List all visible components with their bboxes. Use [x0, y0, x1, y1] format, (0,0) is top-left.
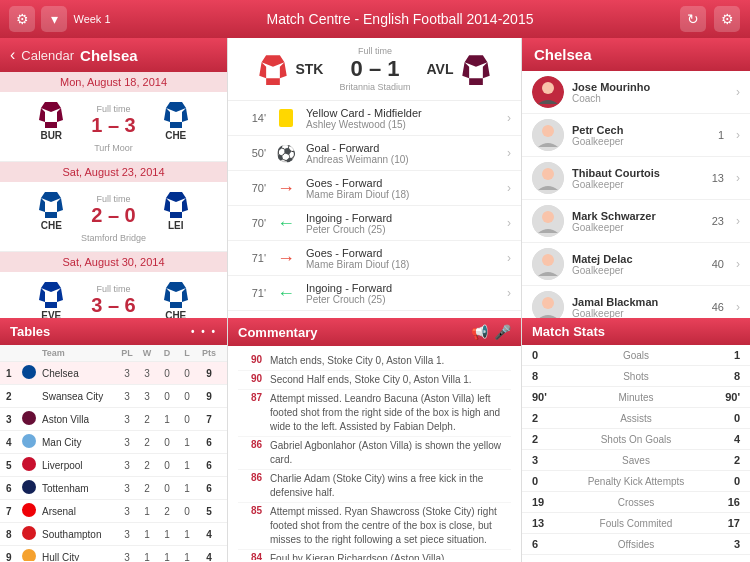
chevron-right-icon: ›: [507, 181, 511, 195]
match-card-1[interactable]: BUR Full time 1 – 3 CHE Turf Moor: [0, 92, 227, 162]
table-row[interactable]: 6 Tottenham 3 2 0 1 6: [0, 477, 227, 500]
tables-content: Team PL W D L Pts 1 Chelsea 3 3 0 0 9 2 …: [0, 345, 227, 561]
svg-point-1: [542, 82, 554, 94]
svg-rect-19: [22, 480, 36, 494]
main-layout: ‹ Calendar Chelsea Mon, August 18, 2014 …: [0, 38, 750, 318]
player-avatar: [532, 291, 564, 318]
match-score-info: Full time 0 – 1 Britannia Stadium: [339, 46, 410, 92]
chevron-down-icon[interactable]: ▾: [41, 6, 67, 32]
left-team-name: Chelsea: [80, 47, 138, 64]
table-row[interactable]: 7 Arsenal 3 1 2 0 5: [0, 500, 227, 523]
match-header: STK Full time 0 – 1 Britannia Stadium AV…: [228, 38, 521, 101]
away-code-1: CHE: [165, 130, 186, 141]
venue-2: Stamford Bridge: [81, 233, 146, 243]
table-row[interactable]: 4 Man City 3 2 0 1 6: [0, 431, 227, 454]
event-row: 50' ⚽ Goal - Forward Andreas Weimann (10…: [228, 136, 521, 171]
commentary-panel: Commentary 📢 🎤 90 Match ends, Stoke City…: [228, 318, 522, 562]
table-row[interactable]: 3 Aston Villa 3 2 1 0 7: [0, 408, 227, 431]
week-section: ⚙ ▾ Week 1: [0, 6, 120, 32]
chevron-right-icon: ›: [507, 111, 511, 125]
event-row: 70' → Goes - Forward Mame Biram Diouf (1…: [228, 171, 521, 206]
match-date-1: Mon, August 18, 2014: [0, 72, 227, 92]
table-row[interactable]: 9 Hull City 3 1 1 1 4: [0, 546, 227, 561]
stats-header: Match Stats: [522, 318, 750, 345]
right-panel: Chelsea Jose Mourinho Coach › Petr Cech …: [522, 38, 750, 318]
arrow-in-icon: ←: [274, 281, 298, 305]
player-row[interactable]: Jose Mourinho Coach ›: [522, 71, 750, 114]
commentary-row: 90 Second Half ends, Stoke City 0, Aston…: [238, 371, 511, 390]
player-avatar: [532, 119, 564, 151]
settings-icon[interactable]: ⚙: [714, 6, 740, 32]
arrow-out-icon: →: [274, 176, 298, 200]
match-card-2[interactable]: CHE Full time 2 – 0 LEI Stamford Bridge: [0, 182, 227, 252]
top-actions: ↻ ⚙: [680, 6, 750, 32]
tables-header: Tables • • •: [0, 318, 227, 345]
chevron-right-icon: ›: [736, 128, 740, 142]
commentary-row: 86 Charlie Adam (Stoke City) wins a free…: [238, 470, 511, 503]
stats-rows: 0 Goals 1 8 Shots 8 90' Minutes 90' 2 As…: [522, 345, 750, 561]
away-team-3: CHE: [146, 280, 206, 318]
yellow-card-icon: [274, 106, 298, 130]
stat-row: 6 Offsides 3: [522, 534, 750, 555]
home-team-1: BUR: [21, 100, 81, 141]
match-away-code: AVL: [427, 61, 454, 77]
arrow-out-icon: →: [274, 246, 298, 270]
chevron-right-icon: ›: [736, 257, 740, 271]
score-3: 3 – 6: [91, 294, 135, 317]
back-icon[interactable]: ‹: [10, 46, 15, 64]
svg-rect-16: [22, 411, 36, 425]
commentary-row: 87 Attempt missed. Leandro Bacuna (Aston…: [238, 390, 511, 437]
chevron-right-icon: ›: [507, 146, 511, 160]
center-panel: STK Full time 0 – 1 Britannia Stadium AV…: [228, 38, 522, 318]
table-row[interactable]: 1 Chelsea 3 3 0 0 9: [0, 362, 227, 385]
stat-row: 6 Corner Kicks 7: [522, 555, 750, 561]
commentary-content[interactable]: 90 Match ends, Stoke City 0, Aston Villa…: [228, 346, 521, 560]
svg-rect-18: [22, 457, 36, 471]
table-row[interactable]: 5 Liverpool 3 2 0 1 6: [0, 454, 227, 477]
commentary-header: Commentary 📢 🎤: [228, 318, 521, 346]
away-code-2: LEI: [168, 220, 184, 231]
player-row[interactable]: Mark Schwarzer Goalkeeper 23 ›: [522, 200, 750, 243]
away-team-2: LEI: [146, 190, 206, 231]
svg-rect-22: [22, 549, 36, 561]
chevron-right-icon: ›: [736, 300, 740, 314]
tables-rows: 1 Chelsea 3 3 0 0 9 2 Swansea City 3 3 0…: [0, 362, 227, 561]
player-avatar: [532, 248, 564, 280]
filter-icon[interactable]: ⚙: [9, 6, 35, 32]
player-avatar: [532, 162, 564, 194]
table-column-headers: Team PL W D L Pts: [0, 345, 227, 362]
player-avatar: [532, 76, 564, 108]
player-row[interactable]: Thibaut Courtois Goalkeeper 13 ›: [522, 157, 750, 200]
player-row[interactable]: Petr Cech Goalkeeper 1 ›: [522, 114, 750, 157]
stat-row: 2 Assists 0: [522, 408, 750, 429]
home-code-3: EVE: [41, 310, 61, 318]
tables-panel: Tables • • • Team PL W D L Pts 1 Chelsea…: [0, 318, 228, 562]
refresh-icon[interactable]: ↻: [680, 6, 706, 32]
calendar-label: Calendar: [21, 48, 74, 63]
venue-1: Turf Moor: [94, 143, 133, 153]
stat-row: 3 Saves 2: [522, 450, 750, 471]
player-row[interactable]: Matej Delac Goalkeeper 40 ›: [522, 243, 750, 286]
match-date-2: Sat, August 23, 2014: [0, 162, 227, 182]
event-row: 70' ← Ingoing - Forward Peter Crouch (25…: [228, 206, 521, 241]
stat-row: 8 Shots 8: [522, 366, 750, 387]
commentary-rows: 90 Match ends, Stoke City 0, Aston Villa…: [238, 352, 511, 560]
svg-rect-15: [22, 388, 36, 402]
chevron-right-icon: ›: [736, 85, 740, 99]
score-1: 1 – 3: [91, 114, 135, 137]
table-row[interactable]: 2 Swansea City 3 3 0 0 9: [0, 385, 227, 408]
match-venue: Britannia Stadium: [339, 82, 410, 92]
svg-rect-20: [22, 503, 36, 517]
stat-row: 0 Penalty Kick Attempts 0: [522, 471, 750, 492]
away-match-team: AVL: [427, 53, 492, 85]
stats-content: 0 Goals 1 8 Shots 8 90' Minutes 90' 2 As…: [522, 345, 750, 561]
player-row[interactable]: Jamal Blackman Goalkeeper 46 ›: [522, 286, 750, 318]
event-row: 14' Yellow Card - Midfielder Ashley West…: [228, 101, 521, 136]
top-bar: ⚙ ▾ Week 1 Match Centre - English Footba…: [0, 0, 750, 38]
match-card-3[interactable]: EVE Full time 3 – 6 CHE Goodison Park: [0, 272, 227, 318]
table-row[interactable]: 8 Southampton 3 1 1 1 4: [0, 523, 227, 546]
stats-panel: Match Stats 0 Goals 1 8 Shots 8 90' Minu…: [522, 318, 750, 562]
svg-point-9: [542, 254, 554, 266]
home-match-team: STK: [257, 53, 323, 85]
ball-icon: ⚽: [274, 141, 298, 165]
